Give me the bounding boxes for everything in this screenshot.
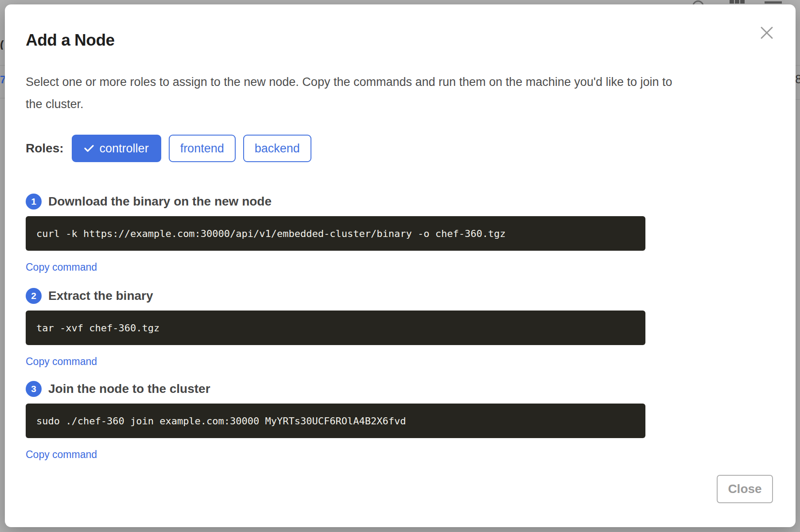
roles-row: Roles: controller frontend backend <box>26 134 319 163</box>
close-button[interactable]: Close <box>717 475 773 503</box>
step-number-badge: 1 <box>26 194 42 210</box>
role-button-label: backend <box>255 142 300 155</box>
background-divider <box>0 98 5 98</box>
modal-title: Add a Node <box>26 31 115 50</box>
step-extract-binary: 2 Extract the binary tar -xvf chef-360.t… <box>26 288 645 368</box>
command-text: sudo ./chef-360 join example.com:30000 M… <box>36 416 406 427</box>
modal-description: Select one or more roles to assign to th… <box>26 71 681 115</box>
step-number-badge: 3 <box>26 381 42 397</box>
role-button-frontend[interactable]: frontend <box>169 135 236 162</box>
step-number-badge: 2 <box>26 288 42 304</box>
background-divider <box>796 99 800 100</box>
command-text: tar -xvf chef-360.tgz <box>36 322 159 334</box>
roles-label: Roles: <box>26 141 64 155</box>
command-code-block: tar -xvf chef-360.tgz <box>26 311 645 345</box>
step-title: Download the binary on the new node <box>48 194 272 209</box>
role-button-backend[interactable]: backend <box>243 135 311 162</box>
step-download-binary: 1 Download the binary on the new node cu… <box>26 194 645 273</box>
copy-command-link[interactable]: Copy command <box>26 449 97 461</box>
background-text-fragment: ( <box>0 38 5 50</box>
copy-command-link[interactable]: Copy command <box>26 261 97 273</box>
role-button-label: frontend <box>180 142 224 155</box>
add-node-modal: Add a Node Select one or more roles to a… <box>5 4 796 527</box>
background-text-fragment: 8 <box>795 73 800 86</box>
background-text-fragment: 7 <box>0 74 5 85</box>
background-divider <box>0 65 5 66</box>
background-divider <box>796 65 800 66</box>
check-icon <box>84 144 94 152</box>
close-icon[interactable] <box>760 26 774 40</box>
role-button-label: controller <box>100 142 149 155</box>
step-title: Join the node to the cluster <box>48 382 210 396</box>
role-button-controller[interactable]: controller <box>72 135 161 162</box>
step-title: Extract the binary <box>48 289 153 303</box>
command-text: curl -k https://example.com:30000/api/v1… <box>36 228 506 239</box>
menu-icon <box>765 1 782 4</box>
command-code-block: curl -k https://example.com:30000/api/v1… <box>26 216 645 251</box>
step-join-cluster: 3 Join the node to the cluster sudo ./ch… <box>26 381 645 461</box>
command-code-block: sudo ./chef-360 join example.com:30000 M… <box>26 404 645 438</box>
copy-command-link[interactable]: Copy command <box>26 356 97 368</box>
